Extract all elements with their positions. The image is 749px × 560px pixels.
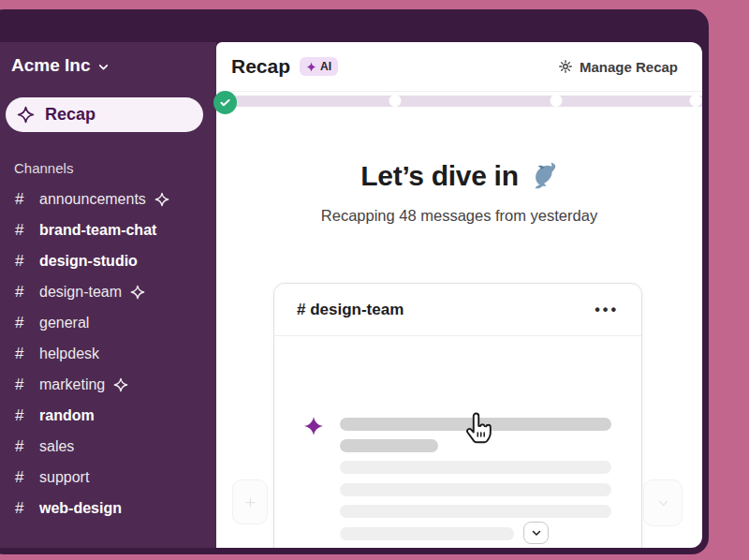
workspace-name: Acme Inc [11, 55, 90, 76]
sidebar-channel[interactable]: # support [0, 462, 216, 493]
hero-title: Let’s dive in [216, 160, 702, 192]
sidebar-channel[interactable]: # general [0, 307, 216, 338]
progress-dot [389, 95, 401, 107]
skeleton-bar [340, 418, 611, 431]
hero-subtitle: Recapping 48 messages from yesterday [216, 207, 702, 225]
channel-hash-icon: # [15, 221, 36, 240]
sidebar-channel[interactable]: # sales [0, 431, 216, 462]
recap-card-header: # design-team ••• [274, 284, 641, 336]
channel-hash-icon: # [15, 499, 36, 518]
channel-name: sales [39, 438, 74, 455]
channels-section-label: Channels [14, 160, 73, 176]
recap-header: Recap AI Manage Recap [216, 42, 702, 92]
next-card-button[interactable] [643, 479, 683, 526]
channel-name: random [39, 407, 95, 424]
manage-recap-button[interactable]: Manage Recap [554, 55, 682, 79]
chevron-down-icon [97, 61, 110, 73]
channel-hash-icon: # [15, 190, 36, 209]
channel-hash-icon: # [15, 283, 36, 302]
chevron-down-icon [656, 496, 670, 510]
sidebar-channel[interactable]: # marketing [0, 369, 216, 400]
sidebar-channel[interactable]: # brand-team-chat [0, 214, 216, 245]
skeleton-bar [340, 439, 438, 452]
sparkle-icon [130, 285, 145, 300]
channel-list: # announcements # brand-team-chat # desi… [0, 184, 216, 523]
recap-card-title: # design-team [297, 301, 404, 319]
channel-hash-icon: # [15, 437, 36, 456]
gear-icon [558, 59, 573, 74]
manage-recap-label: Manage Recap [580, 59, 678, 75]
channel-hash-icon: # [15, 252, 36, 271]
channel-hash-icon: # [15, 406, 36, 425]
channel-hash-icon: # [15, 345, 36, 363]
sparkle-icon [303, 416, 324, 436]
skeleton-bar [340, 505, 611, 518]
sidebar-channel[interactable]: # web-design [0, 493, 216, 523]
channel-name: general [39, 315, 89, 332]
ai-badge: AI [300, 57, 338, 76]
recap-panel: Recap AI Manage Recap Let’s dive in [216, 42, 702, 548]
skeleton-bar [340, 483, 611, 496]
sidebar-channel[interactable]: # design-studio [0, 245, 216, 276]
plus-icon [243, 495, 257, 509]
channel-name: design-team [39, 284, 122, 301]
sparkle-icon [306, 62, 316, 72]
channel-hash-icon: # [15, 468, 36, 487]
chevron-down-icon [531, 527, 542, 538]
sidebar-channel[interactable]: # announcements [0, 184, 216, 214]
progress-dot [550, 95, 562, 107]
channel-name: web-design [39, 500, 122, 517]
progress-dot [689, 95, 701, 107]
sparkle-icon [154, 192, 169, 207]
sidebar-channel[interactable]: # design-team [0, 276, 216, 307]
channel-name: marketing [39, 376, 105, 393]
recap-card: # design-team ••• [273, 283, 642, 548]
sidebar-item-recap-label: Recap [45, 105, 95, 125]
skeleton-bar [340, 461, 611, 474]
app-frame: Acme Inc Recap Channels # announcements … [0, 0, 749, 560]
ai-badge-label: AI [320, 60, 331, 73]
sidebar-item-recap[interactable]: Recap [6, 97, 203, 132]
sidebar-channel[interactable]: # helpdesk [0, 338, 216, 369]
channel-name: design-studio [39, 253, 138, 270]
channel-name: announcements [39, 191, 146, 208]
sparkle-icon [113, 377, 128, 392]
progress-track [216, 96, 702, 107]
overflow-menu-icon[interactable]: ••• [595, 302, 619, 317]
sparkle-icon [17, 106, 35, 124]
step-complete-check-icon [213, 91, 237, 114]
hero-title-text: Let’s dive in [360, 160, 518, 191]
channel-name: helpdesk [39, 346, 99, 362]
sidebar-channel[interactable]: # random [0, 400, 216, 431]
dolphin-emoji [528, 161, 558, 191]
channel-name: brand-team-chat [39, 222, 156, 239]
workspace-switcher[interactable]: Acme Inc [11, 55, 110, 76]
channel-hash-icon: # [15, 376, 36, 394]
skeleton-bar [340, 527, 514, 540]
page-title: Recap [231, 55, 290, 78]
previous-card-button[interactable] [232, 479, 268, 524]
expand-button[interactable] [523, 522, 549, 544]
channel-hash-icon: # [15, 314, 36, 332]
channel-name: support [39, 469, 89, 486]
sidebar: Acme Inc Recap Channels # announcements … [0, 42, 216, 548]
